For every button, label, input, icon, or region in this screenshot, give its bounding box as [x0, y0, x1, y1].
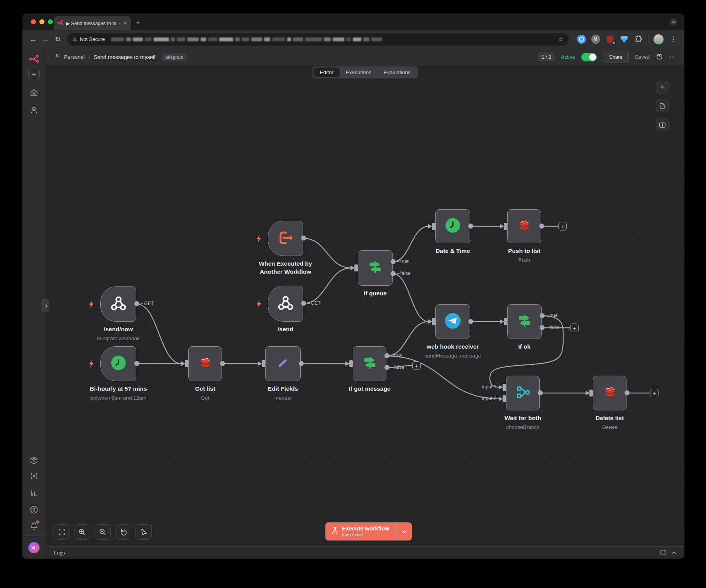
- n8n-logo-icon[interactable]: [29, 54, 39, 65]
- node-edit-fields[interactable]: [265, 346, 301, 381]
- node-when-executed[interactable]: [268, 221, 303, 256]
- zoom-in-button[interactable]: [74, 524, 90, 540]
- password-manager-extension-icon[interactable]: [577, 35, 586, 44]
- input-port[interactable]: [432, 223, 435, 230]
- zoom-out-button[interactable]: [95, 524, 111, 540]
- history-icon[interactable]: [656, 53, 663, 61]
- more-menu-icon[interactable]: ⋯: [669, 53, 676, 61]
- input-port[interactable]: [503, 395, 506, 402]
- logs-bar[interactable]: Logs: [46, 546, 684, 559]
- node-get-list[interactable]: [188, 346, 222, 381]
- node-send[interactable]: [268, 286, 303, 322]
- close-window-button[interactable]: [31, 19, 36, 24]
- output-port[interactable]: [134, 361, 139, 366]
- browser-menu-icon[interactable]: ⋮: [670, 35, 677, 43]
- browser-tab[interactable]: ▶ Send messages to myself - ×: [54, 16, 131, 30]
- node-bi-hourly[interactable]: [100, 346, 136, 381]
- output-port[interactable]: [540, 313, 545, 318]
- tidy-up-button[interactable]: [135, 524, 152, 540]
- input-port[interactable]: [185, 360, 188, 367]
- undo-button[interactable]: [115, 524, 131, 540]
- output-port[interactable]: [391, 271, 396, 276]
- output-port[interactable]: [299, 361, 304, 366]
- input-port[interactable]: [504, 318, 507, 325]
- minimize-window-button[interactable]: [39, 19, 44, 24]
- forward-icon[interactable]: →: [39, 35, 52, 44]
- tab-evaluations[interactable]: Evaluations: [378, 68, 417, 77]
- node-if-queue[interactable]: [358, 250, 393, 286]
- split-panel-button[interactable]: [656, 119, 669, 131]
- zoom-to-fit-plus-button[interactable]: [656, 81, 669, 93]
- profile-avatar[interactable]: [654, 34, 664, 44]
- node-delete-list[interactable]: [593, 376, 626, 410]
- reload-icon[interactable]: ↻: [52, 35, 64, 44]
- add-node-button[interactable]: +: [570, 324, 579, 332]
- home-icon[interactable]: [30, 88, 39, 98]
- sticky-note-button[interactable]: [656, 100, 669, 112]
- node-send-now[interactable]: [100, 286, 136, 322]
- breadcrumb-project[interactable]: Personal: [64, 54, 85, 60]
- variables-icon[interactable]: [30, 472, 39, 482]
- new-tab-button[interactable]: +: [136, 19, 140, 26]
- node-push-to-list[interactable]: [507, 209, 541, 243]
- input-port[interactable]: [349, 360, 353, 367]
- address-bar[interactable]: ⚠ Not Secure ☆: [67, 33, 569, 46]
- bookmark-star-icon[interactable]: ☆: [558, 36, 564, 43]
- add-node-button[interactable]: +: [558, 222, 567, 230]
- workflow-tag[interactable]: telegram: [162, 53, 187, 61]
- output-port[interactable]: [301, 301, 306, 306]
- puzzle-extensions-icon[interactable]: [634, 35, 643, 44]
- connection-wire[interactable]: [393, 274, 429, 322]
- node-if-ok[interactable]: [507, 304, 542, 339]
- output-port[interactable]: [391, 259, 396, 264]
- execute-dropdown-chevron[interactable]: [396, 522, 412, 541]
- back-icon[interactable]: ←: [27, 35, 39, 44]
- active-toggle[interactable]: [581, 53, 597, 61]
- output-port[interactable]: [301, 236, 306, 241]
- connection-wire[interactable]: [393, 226, 429, 262]
- notifications-bell-icon[interactable]: [30, 522, 39, 532]
- output-port[interactable]: [220, 361, 225, 366]
- output-port[interactable]: [134, 301, 139, 306]
- tab-close-icon[interactable]: ×: [124, 20, 127, 26]
- add-node-button[interactable]: +: [650, 389, 659, 397]
- input-port[interactable]: [354, 264, 358, 271]
- user-avatar[interactable]: XL: [29, 542, 40, 553]
- output-port[interactable]: [540, 325, 545, 330]
- add-node-button[interactable]: +: [412, 361, 421, 370]
- workflow-canvas[interactable]: Editor Executions Evaluations: [46, 66, 684, 546]
- sidebar-expand-chevron[interactable]: [42, 299, 49, 312]
- output-port[interactable]: [468, 319, 473, 324]
- share-button[interactable]: Share: [603, 51, 629, 63]
- tab-editor[interactable]: Editor: [313, 68, 339, 77]
- node-wait-for-both[interactable]: [506, 376, 540, 410]
- open-logs-panel-icon[interactable]: [660, 550, 666, 556]
- input-port[interactable]: [504, 223, 507, 230]
- node-date-time[interactable]: [435, 209, 470, 243]
- node-if-got-message[interactable]: [353, 346, 386, 381]
- tab-executions[interactable]: Executions: [340, 68, 378, 77]
- output-port[interactable]: [539, 224, 544, 229]
- output-port[interactable]: [625, 390, 630, 395]
- execute-workflow-button[interactable]: Execute workflow from /send: [325, 522, 412, 541]
- help-icon[interactable]: [30, 505, 39, 516]
- insights-chart-icon[interactable]: [30, 489, 39, 499]
- output-port[interactable]: [384, 365, 389, 370]
- create-workflow-button[interactable]: +: [28, 69, 40, 80]
- workflow-title[interactable]: Send messages to myself: [94, 54, 156, 60]
- output-port[interactable]: [538, 390, 543, 395]
- input-port[interactable]: [503, 384, 506, 391]
- v-extension-icon[interactable]: V: [591, 35, 600, 44]
- node-webhook-receiver[interactable]: [435, 304, 470, 339]
- templates-box-icon[interactable]: [30, 456, 39, 466]
- output-port[interactable]: [468, 224, 473, 229]
- shield-extension-icon[interactable]: 6: [605, 35, 615, 44]
- output-port[interactable]: [384, 353, 389, 358]
- input-port[interactable]: [432, 318, 435, 325]
- maximize-window-button[interactable]: [48, 19, 53, 24]
- input-port[interactable]: [589, 390, 593, 397]
- tab-search-chevron-icon[interactable]: [670, 18, 677, 26]
- fit-view-button[interactable]: [54, 524, 70, 540]
- gem-extension-icon[interactable]: [620, 35, 629, 44]
- user-icon[interactable]: [30, 105, 38, 116]
